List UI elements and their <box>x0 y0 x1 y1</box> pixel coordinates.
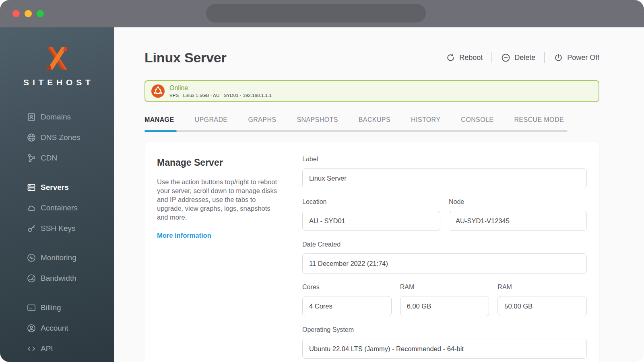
tab-manage[interactable]: MANAGE <box>144 116 174 123</box>
code-icon <box>27 344 36 354</box>
sidebar-item-containers[interactable]: Containers <box>27 197 114 218</box>
tab-upgrade[interactable]: UPGRADE <box>195 116 228 123</box>
tab-rail <box>144 130 568 132</box>
manage-server-card: Manage Server Use the action buttons top… <box>144 142 599 362</box>
app-window: SITEHOST Domains DNS Zones <box>0 0 644 362</box>
cores-field-label: Cores <box>302 284 392 291</box>
sidebar-item-billing[interactable]: Billing <box>27 297 114 318</box>
minimize-window-button[interactable] <box>25 10 32 17</box>
delete-label: Delete <box>514 53 535 62</box>
nav-group-account: Billing Account API <box>27 297 114 359</box>
node-field-label: Node <box>449 198 587 206</box>
label-field-label: Label <box>302 156 587 163</box>
reboot-icon <box>446 53 455 62</box>
share-nodes-icon <box>27 153 36 163</box>
more-information-link[interactable]: More information <box>157 232 211 239</box>
nav-group-compute: Servers Containers SSH Keys <box>27 177 114 239</box>
section-description: Use the action buttons top/right to rebo… <box>157 178 283 222</box>
key-icon <box>27 224 36 233</box>
sidebar-item-api[interactable]: API <box>27 338 114 359</box>
status-details: VPS - Linux 1.5GB · AU - SYD01 · 192.168… <box>169 93 272 98</box>
os-input[interactable] <box>302 339 587 359</box>
nav-group-dns: Domains DNS Zones CDN <box>27 107 114 168</box>
brand-name: SITEHOST <box>0 78 114 87</box>
action-separator <box>544 52 545 63</box>
sidebar-item-label: Monitoring <box>41 253 76 262</box>
ram-field-label: RAM <box>400 284 489 291</box>
close-window-button[interactable] <box>12 10 20 17</box>
status-banner: Online VPS - Linux 1.5GB · AU - SYD01 · … <box>144 80 599 102</box>
delete-button[interactable]: Delete <box>501 53 535 62</box>
disk-input[interactable] <box>497 296 587 316</box>
sidebar-item-ssh-keys[interactable]: SSH Keys <box>27 218 114 239</box>
label-field-group: Label <box>302 156 587 188</box>
cores-input[interactable] <box>302 296 392 316</box>
sidebar-nav: Domains DNS Zones CDN <box>0 107 114 359</box>
sidebar-item-label: Bandwidth <box>41 274 76 283</box>
window-titlebar <box>0 0 644 27</box>
power-icon <box>554 53 563 62</box>
ram-field-group: RAM <box>400 284 489 316</box>
nav-group-metrics: Monitoring Bandwidth <box>27 247 114 288</box>
location-field-label: Location <box>302 198 440 206</box>
sidebar-item-label: Domains <box>41 113 71 121</box>
traffic-lights <box>12 10 44 17</box>
tab-history[interactable]: HISTORY <box>411 116 440 123</box>
sidebar-item-label: Account <box>41 324 68 333</box>
address-bar[interactable] <box>206 4 426 23</box>
date-created-field-label: Date Created <box>302 241 587 248</box>
main-content: Linux Server Reboot Delete Power Off <box>114 27 644 362</box>
cloud-icon <box>27 203 36 213</box>
power-off-button[interactable]: Power Off <box>554 53 599 62</box>
disk-field-group: RAM <box>497 284 587 316</box>
reboot-label: Reboot <box>459 53 483 62</box>
tab-rescue-mode[interactable]: RESCUE MODE <box>514 116 564 123</box>
sidebar-item-dns-zones[interactable]: DNS Zones <box>27 127 114 148</box>
action-separator <box>491 52 492 63</box>
sidebar-item-account[interactable]: Account <box>27 318 114 338</box>
os-field-label: Operating System <box>302 326 587 333</box>
date-created-field-group: Date Created <box>302 241 587 274</box>
sidebar-item-servers[interactable]: Servers <box>27 177 114 197</box>
node-input[interactable] <box>449 211 587 231</box>
reboot-button[interactable]: Reboot <box>446 53 483 62</box>
power-off-label: Power Off <box>567 53 599 62</box>
sidebar-item-label: CDN <box>41 154 57 162</box>
page-header: Linux Server Reboot Delete Power Off <box>144 46 599 69</box>
location-input[interactable] <box>302 211 440 231</box>
sidebar-item-label: DNS Zones <box>41 133 80 142</box>
sidebar: SITEHOST Domains DNS Zones <box>0 27 114 362</box>
tab-backups[interactable]: BACKUPS <box>359 116 390 123</box>
server-icon <box>27 183 36 192</box>
sidebar-item-label: Billing <box>41 303 61 312</box>
tab-snapshots[interactable]: SNAPSHOTS <box>297 116 338 123</box>
page-title: Linux Server <box>144 50 227 66</box>
sidebar-item-monitoring[interactable]: Monitoring <box>27 247 114 268</box>
tab-graphs[interactable]: GRAPHS <box>248 116 276 123</box>
address-book-icon <box>27 112 36 122</box>
location-field-group: Location <box>302 198 440 231</box>
server-details-form: Label Location Node <box>302 156 587 362</box>
ram-input[interactable] <box>400 296 489 316</box>
sidebar-item-domains[interactable]: Domains <box>27 107 114 127</box>
manage-server-intro: Manage Server Use the action buttons top… <box>157 156 302 362</box>
sidebar-item-label: Containers <box>41 204 78 212</box>
sidebar-item-label: Servers <box>41 183 69 192</box>
date-created-input[interactable] <box>302 253 587 274</box>
sidebar-item-cdn[interactable]: CDN <box>27 148 114 168</box>
sidebar-item-bandwidth[interactable]: Bandwidth <box>27 268 114 288</box>
status-text: Online VPS - Linux 1.5GB · AU - SYD01 · … <box>169 84 272 98</box>
sidebar-item-label: API <box>41 344 53 353</box>
section-title: Manage Server <box>157 157 302 168</box>
os-field-group: Operating System <box>302 326 587 359</box>
maximize-window-button[interactable] <box>37 10 44 17</box>
globe-icon <box>27 133 36 142</box>
gauge-icon <box>27 274 36 283</box>
node-field-group: Node <box>449 198 587 231</box>
tab-console[interactable]: CONSOLE <box>461 116 493 123</box>
circle-minus-icon <box>501 53 510 62</box>
label-input[interactable] <box>302 168 587 188</box>
active-tab-indicator <box>144 130 177 132</box>
brand: SITEHOST <box>0 27 114 87</box>
cores-field-group: Cores <box>302 284 392 316</box>
